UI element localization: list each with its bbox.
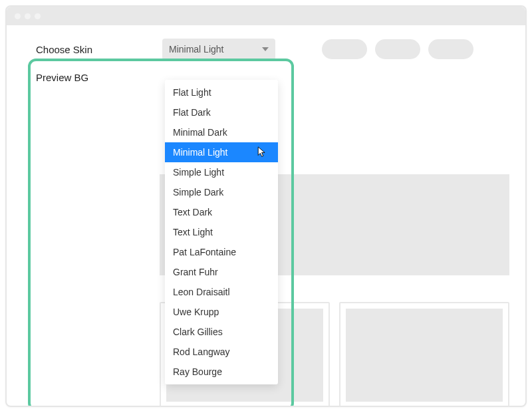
dropdown-item[interactable]: Text Dark <box>165 202 278 222</box>
title-bar <box>7 7 525 25</box>
placeholder-card-inner <box>346 309 503 402</box>
dropdown-item[interactable]: Flat Light <box>165 82 278 102</box>
pill-button-3[interactable] <box>428 39 473 59</box>
traffic-light-zoom[interactable] <box>35 13 41 19</box>
pill-button-2[interactable] <box>375 39 420 59</box>
choose-skin-label: Choose Skin <box>36 44 149 55</box>
dropdown-item[interactable]: Ray Bourge <box>165 362 278 382</box>
traffic-light-close[interactable] <box>15 13 21 19</box>
window-frame: Choose Skin Minimal Light Preview BG Fla… <box>5 5 527 407</box>
dropdown-item[interactable]: Grant Fuhr <box>165 262 278 282</box>
dropdown-item[interactable]: Simple Light <box>165 162 278 182</box>
dropdown-item[interactable]: Clark Gillies <box>165 322 278 342</box>
dropdown-item[interactable]: Leon Draisaitl <box>165 282 278 302</box>
placeholder-card-2 <box>339 302 509 407</box>
dropdown-item[interactable]: Pat LaFontaine <box>165 242 278 262</box>
dropdown-item[interactable]: Text Light <box>165 222 278 242</box>
content-area: Choose Skin Minimal Light Preview BG Fla… <box>7 25 525 406</box>
skin-dropdown[interactable]: Flat LightFlat DarkMinimal DarkMinimal L… <box>165 80 278 384</box>
dropdown-item[interactable]: Minimal Dark <box>165 122 278 142</box>
traffic-light-minimize[interactable] <box>25 13 31 19</box>
preview-bg-label: Preview BG <box>36 72 149 83</box>
dropdown-item[interactable]: Rod Langway <box>165 342 278 362</box>
cursor-icon <box>257 146 267 158</box>
dropdown-item[interactable]: Uwe Krupp <box>165 302 278 322</box>
dropdown-item[interactable]: Minimal Light <box>165 142 278 162</box>
dropdown-item[interactable]: Flat Dark <box>165 102 278 122</box>
pill-button-1[interactable] <box>322 39 367 59</box>
choose-skin-row: Choose Skin Minimal Light <box>16 39 516 60</box>
chevron-down-icon <box>262 47 269 51</box>
pill-buttons-group <box>322 39 473 59</box>
dropdown-item[interactable]: Simple Dark <box>165 182 278 202</box>
choose-skin-selected-value: Minimal Light <box>169 44 223 55</box>
choose-skin-select[interactable]: Minimal Light <box>162 39 275 60</box>
